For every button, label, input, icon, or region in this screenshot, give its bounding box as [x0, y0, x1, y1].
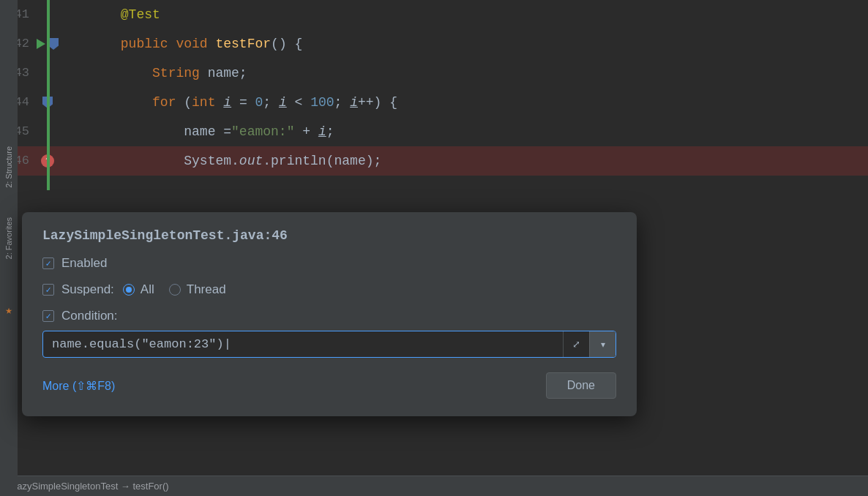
status-text: LazySimpleSingletonTest → testFor(): [12, 481, 169, 492]
arg: (name);: [326, 154, 382, 168]
condition-checkbox-wrapper[interactable]: Condition:: [42, 309, 118, 323]
dot2: .: [263, 154, 271, 168]
method-println: println: [271, 154, 326, 168]
code-editor: 41 @Test 42 public void testFor() { 43 S…: [0, 0, 868, 176]
suspend-checkbox[interactable]: [42, 284, 54, 296]
expand-button[interactable]: ⤢: [563, 331, 589, 357]
sidebar-tab-favorites[interactable]: 2: Favorites: [4, 217, 13, 259]
condition-input-wrapper: ⤢ ▾: [42, 331, 616, 358]
condition-header: Condition:: [42, 309, 118, 323]
suspend-thread-option[interactable]: Thread: [169, 282, 226, 297]
suspend-thread-radio[interactable]: [169, 284, 181, 296]
enabled-label: Enabled: [61, 256, 107, 271]
condition-checkbox[interactable]: [42, 310, 54, 322]
chevron-down-icon: ▾: [601, 339, 605, 350]
left-sidebar: 2: Structure 2: Favorites ★: [0, 0, 18, 496]
run-icon[interactable]: [37, 39, 45, 49]
suspend-all-label: All: [141, 282, 154, 297]
condition-label: Condition:: [61, 309, 118, 323]
more-link[interactable]: More (⇧⌘F8): [42, 379, 115, 393]
status-bar: LazySimpleSingletonTest → testFor(): [0, 476, 868, 496]
dialog-footer: More (⇧⌘F8) Done: [42, 372, 616, 399]
enabled-checkbox-wrapper[interactable]: Enabled: [42, 256, 107, 271]
dialog-title: LazySimpleSingletonTest.java:46: [42, 228, 616, 243]
code-content-46[interactable]: System.out.println(name);: [59, 117, 868, 205]
condition-dropdown-button[interactable]: ▾: [589, 331, 616, 357]
condition-input[interactable]: [43, 331, 563, 357]
favorites-star-icon: ★: [5, 303, 12, 317]
condition-row: Condition: ⤢ ▾: [42, 309, 616, 358]
sidebar-tab-structure[interactable]: 2: Structure: [4, 146, 13, 188]
breakpoint-dialog: LazySimpleSingletonTest.java:46 Enabled …: [22, 212, 637, 416]
expand-icon: ⤢: [572, 339, 580, 350]
enabled-checkbox[interactable]: [42, 258, 54, 269]
breakpoint-shield-icon[interactable]: [48, 38, 59, 50]
coverage-bar: [47, 0, 50, 190]
enabled-row: Enabled: [42, 256, 616, 271]
code-46-pre: System.: [121, 154, 239, 168]
code-line-46: 46 ? System.out.println(name);: [0, 146, 868, 176]
suspend-label: Suspend:: [61, 282, 114, 297]
suspend-radio-group: All Thread: [123, 282, 226, 297]
suspend-all-option[interactable]: All: [123, 282, 154, 297]
suspend-checkbox-wrapper[interactable]: Suspend:: [42, 282, 114, 297]
done-button[interactable]: Done: [546, 372, 616, 399]
suspend-all-radio[interactable]: [123, 284, 135, 296]
suspend-row: Suspend: All Thread: [42, 282, 616, 297]
method-out: out: [239, 154, 263, 168]
suspend-thread-label: Thread: [187, 282, 226, 297]
